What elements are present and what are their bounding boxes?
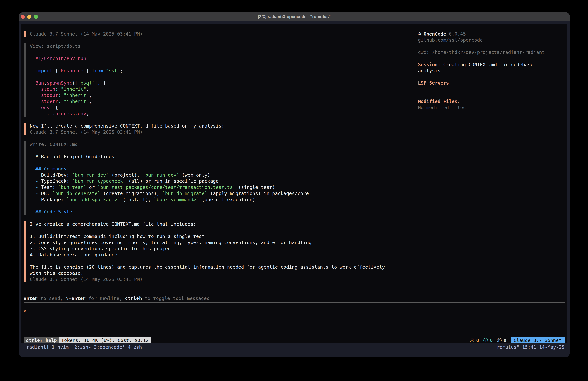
tmux-status-bar: [radiant] 1:nvim 2:zsh- 3:opencode* 4:zs… [23, 344, 565, 350]
text-segment: to send, [38, 296, 66, 301]
text-segment: ([ [72, 80, 78, 86]
terminal-window: [2/3] radiant:3:opencode - "romulus" Cla… [19, 12, 570, 357]
text-segment: 4. Database operations guidance [30, 252, 117, 257]
chat-line [30, 160, 385, 166]
text-segment [103, 68, 106, 73]
chat-line: stdin: "inherit", [30, 86, 385, 92]
text-segment: `bun run typecheck` [72, 179, 126, 184]
sidebar-line [418, 43, 565, 49]
text-segment: : [55, 86, 58, 92]
chat-line: Bun.spawnSync([`psql`], { [30, 80, 385, 86]
text-segment: . [75, 111, 78, 116]
text-segment: DB: [38, 191, 52, 196]
sidebar-line [418, 74, 565, 80]
text-segment: Claude 3.7 Sonnet (14 May 2025 03:41 PM) [30, 129, 143, 135]
text-segment [30, 209, 36, 215]
status-bar: ctrl+? help Tokens: 16.4K (8%), Cost: $0… [23, 337, 565, 343]
prompt-caret: > [23, 308, 26, 314]
sidebar-line: Modified Files: [418, 98, 565, 104]
text-segment: - [36, 191, 38, 196]
tmux-session-time: "romulus" 15:41 14-May-25 [494, 344, 565, 350]
sidebar-line: Session: Creating CONTEXT.md for codebas… [418, 62, 565, 68]
text-segment: process [55, 111, 75, 116]
text-segment: : [58, 99, 61, 104]
text-segment: : [50, 105, 52, 110]
chat-line: View: script/db.ts [30, 43, 385, 49]
text-segment: ], { [95, 80, 106, 86]
text-segment: (install), [120, 197, 154, 202]
text-segment: LSP Servers [418, 80, 449, 86]
text-segment: `bun test` [58, 184, 86, 190]
text-segment: Write: CONTEXT.md [30, 142, 78, 147]
tmux-window-list[interactable]: [radiant] 1:nvim 2:zsh- 3:opencode* 4:zs… [23, 344, 142, 350]
message-input[interactable] [26, 308, 220, 314]
text-segment: Now I'll create a comprehensive CONTEXT.… [30, 123, 224, 129]
sidebar-line [418, 55, 565, 62]
text-segment: import [36, 68, 52, 73]
close-button[interactable] [21, 15, 25, 19]
text-segment: Test: [38, 184, 58, 190]
circled-h-icon: ⓗ [497, 337, 502, 343]
text-segment: , [89, 99, 92, 104]
text-segment: ... [47, 111, 55, 116]
chat-line: env: { [30, 104, 385, 111]
chat-line [30, 227, 385, 233]
text-segment [61, 92, 63, 98]
sidebar-line [418, 92, 565, 98]
text-segment: 0.0.45 [446, 31, 466, 37]
chat-log: Claude 3.7 Sonnet (14 May 2025 03:41 PM)… [24, 31, 385, 289]
sidebar-line: analysis [418, 68, 565, 74]
chat-line [30, 258, 385, 264]
chat-line [30, 147, 385, 154]
chat-line [30, 62, 385, 68]
text-segment: `bun run dev` [143, 172, 179, 178]
chat-line: 2. Code style guidelines covering import… [30, 239, 385, 246]
minimize-button[interactable] [27, 15, 31, 19]
text-segment: or [86, 184, 97, 190]
text-segment: stdout [41, 92, 58, 98]
text-segment [30, 80, 36, 86]
chat-line: ## Code Style [30, 209, 385, 215]
text-segment: (one-off execution) [199, 197, 255, 202]
prompt-line: > [23, 308, 220, 314]
text-segment: ctrl+h [125, 296, 142, 301]
chat-line: ...process.env, [30, 111, 385, 117]
chat-line: Now I'll create a comprehensive CONTEXT.… [30, 123, 385, 129]
text-segment: `bun test packages/core/test/transaction… [97, 184, 236, 190]
text-segment [30, 56, 36, 61]
titlebar: [2/3] radiant:3:opencode - "romulus" [19, 12, 570, 22]
text-segment: 3. CSS styling conventions specific to t… [30, 246, 173, 251]
counter-value: 0 [476, 337, 479, 343]
chat-line: stdout: "inherit", [30, 92, 385, 98]
text-segment: `bun run dev` [72, 172, 109, 178]
maximize-button[interactable] [34, 15, 38, 19]
text-segment: Session [418, 62, 438, 67]
text-segment: #!/usr/bin/env bun [36, 56, 86, 61]
text-segment: TypeCheck: [38, 179, 72, 184]
text-segment: No modified files [418, 105, 466, 110]
chat-line: Write: CONTEXT.md [30, 141, 385, 147]
text-segment [52, 105, 55, 110]
text-segment: . [44, 80, 47, 86]
text-segment: Resource [61, 68, 84, 73]
text-segment: enter [71, 296, 85, 301]
text-segment: to toggle tool messages [142, 296, 210, 301]
sidebar-line [418, 86, 565, 92]
chat-line: Claude 3.7 Sonnet (14 May 2025 03:41 PM) [30, 129, 385, 135]
text-segment: , [86, 111, 89, 116]
text-segment: { [55, 68, 61, 73]
assistant-message-header-1: Claude 3.7 Sonnet (14 May 2025 03:41 PM) [24, 31, 385, 37]
assistant-message-2: Now I'll create a comprehensive CONTEXT.… [24, 123, 385, 135]
text-segment: 1. Build/lint/test commands including ho… [30, 234, 205, 239]
text-segment: (all) or run in specific package [126, 179, 219, 184]
text-segment [30, 179, 36, 184]
assistant-message-3: I've created a comprehensive CONTEXT.md … [24, 221, 385, 282]
text-segment: Build/Dev: [38, 172, 72, 178]
text-segment: github.com/sst/opencode [418, 37, 483, 43]
text-segment: spawnSync [47, 80, 72, 86]
chat-line: 3. CSS styling conventions specific to t… [30, 246, 385, 252]
chat-line: # Radiant Project Guidelines [30, 154, 385, 160]
sidebar-line: github.com/sst/opencode [418, 37, 565, 43]
text-segment: cwd: /home/thdxr/dev/projects/radiant/ra… [418, 49, 545, 55]
text-segment: Claude 3.7 Sonnet (14 May 2025 03:41 PM) [30, 277, 143, 282]
